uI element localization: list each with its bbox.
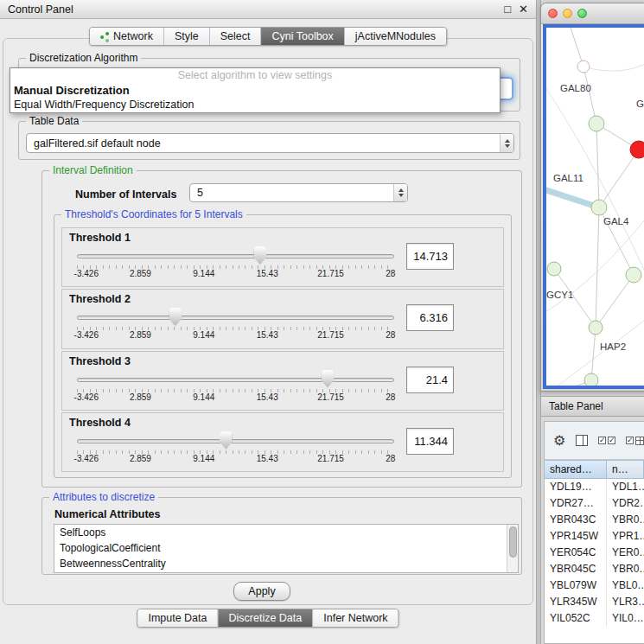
- network-edge: [583, 67, 596, 124]
- attribute-list-item[interactable]: SelfLoops: [54, 525, 518, 540]
- threshold-2-slider[interactable]: [77, 309, 394, 328]
- table-cell: YDR27…: [545, 495, 607, 512]
- combo-stepper-icon[interactable]: [500, 134, 513, 152]
- slider-scale: -3.4262.8599.14415.4321.71528: [77, 392, 394, 403]
- network-node[interactable]: [589, 321, 603, 335]
- table-row[interactable]: YBR045CYBR0…: [545, 561, 644, 577]
- scale-tick-label: -3.426: [74, 330, 99, 340]
- attribute-list-item[interactable]: TopologicalCoefficient: [54, 540, 518, 556]
- table-row[interactable]: YBR043CYBR0…: [545, 512, 644, 528]
- network-node[interactable]: [584, 373, 598, 387]
- slider-track[interactable]: [77, 439, 394, 443]
- table-row[interactable]: YBL079WYBL0…: [545, 577, 644, 594]
- attributes-group: Attributes to discretize Numerical Attri…: [41, 497, 522, 575]
- gear-icon[interactable]: ⚙: [553, 434, 565, 448]
- bottom-tab-infer-network[interactable]: Infer Network: [313, 609, 398, 627]
- close-panel-icon[interactable]: ✕: [519, 3, 528, 15]
- scrollbar-thumb[interactable]: [509, 526, 517, 558]
- number-of-intervals-select[interactable]: 5: [189, 183, 408, 202]
- table-cell: YIL0…: [607, 610, 644, 627]
- thresholds-group: Threshold's Coordinates for 5 Intervals …: [54, 214, 512, 478]
- threshold-1-label: Threshold 1: [69, 232, 131, 244]
- slider-thumb[interactable]: [169, 308, 182, 326]
- scale-tick-label: 9.144: [193, 330, 214, 340]
- list-scrollbar[interactable]: [507, 525, 518, 572]
- control-panel: Control Panel □ ✕ NetworkStyleSelectCyni…: [0, 0, 537, 644]
- table-cell: YBR0…: [607, 561, 644, 577]
- select-all-columns-icon[interactable]: [598, 437, 615, 444]
- top-tab-style[interactable]: Style: [164, 28, 210, 45]
- network-node[interactable]: [589, 116, 604, 131]
- attribute-list-item[interactable]: BetweennessCentrality: [54, 556, 518, 571]
- combo-stepper-icon[interactable]: [393, 184, 407, 201]
- cyni-toolbox-panel: Discretization Algorithm Select algorith…: [3, 38, 533, 605]
- network-node[interactable]: [577, 61, 590, 73]
- threshold-1-value-field[interactable]: 14.713: [406, 243, 454, 270]
- threshold-1-slider[interactable]: [77, 247, 394, 266]
- bottom-tab-discretize-data[interactable]: Discretize Data: [219, 609, 314, 627]
- mac-minimize-button[interactable]: [563, 9, 572, 18]
- dropdown-placeholder-option[interactable]: Select algorithm to view settings: [10, 68, 500, 83]
- network-node[interactable]: [591, 200, 607, 215]
- scale-tick-label: 9.144: [193, 392, 214, 402]
- slider-thumb[interactable]: [321, 370, 334, 388]
- table-data-selected-value: galFiltered.sif default node: [27, 137, 500, 150]
- apply-button[interactable]: Apply: [233, 582, 290, 601]
- top-tab-network[interactable]: Network: [90, 28, 164, 45]
- network-edge: [596, 124, 599, 207]
- top-tab-cyni-toolbox[interactable]: Cyni Toolbox: [261, 28, 344, 45]
- network-canvas-svg: GAL80GALGAL11GAL4GCY1HAP2: [546, 28, 644, 389]
- dropdown-option-equal-width-frequency[interactable]: Equal Width/Frequency Discretization: [10, 98, 500, 112]
- threshold-2-panel: Threshold 2 -3.4262.8599.14415.4321.7152…: [61, 289, 504, 348]
- top-tab-select[interactable]: Select: [210, 28, 262, 45]
- column-header-name[interactable]: n…: [607, 460, 644, 479]
- threshold-2-value-field[interactable]: 6.316: [406, 304, 454, 331]
- tab-label: Discretize Data: [229, 612, 303, 624]
- scale-tick-label: 28: [386, 392, 395, 402]
- table-row[interactable]: YDR27…YDR2…: [545, 495, 644, 512]
- columns-icon[interactable]: [576, 435, 588, 446]
- slider-track[interactable]: [77, 378, 394, 382]
- threshold-3-slider[interactable]: [77, 371, 394, 390]
- network-edge: [546, 81, 644, 287]
- slider-track[interactable]: [77, 316, 394, 320]
- network-canvas[interactable]: GAL80GALGAL11GAL4GCY1HAP2: [543, 24, 644, 389]
- table-row[interactable]: YIL052CYIL0…: [545, 610, 644, 627]
- mac-zoom-button[interactable]: [577, 9, 587, 18]
- attributes-group-label: Attributes to discretize: [49, 491, 158, 503]
- network-node[interactable]: [626, 267, 641, 283]
- column-header-shared-name[interactable]: shared…: [545, 460, 607, 479]
- threshold-2-label: Threshold 2: [69, 293, 131, 305]
- threshold-3-panel: Threshold 3 -3.4262.8599.14415.4321.7152…: [61, 351, 504, 411]
- top-tab-jactivemnodules[interactable]: jActiveMNodules: [345, 28, 446, 45]
- tab-label: Infer Network: [323, 612, 387, 624]
- threshold-4-value-field[interactable]: 11.344: [406, 428, 454, 455]
- table-cell: YPR1…: [607, 528, 644, 545]
- table-data-select[interactable]: galFiltered.sif default node: [26, 133, 514, 153]
- network-node[interactable]: [547, 262, 561, 276]
- mac-close-button[interactable]: [548, 9, 558, 18]
- threshold-3-value-field[interactable]: 21.4: [406, 367, 454, 393]
- bottom-tab-impute-data[interactable]: Impute Data: [137, 609, 218, 627]
- dropdown-option-manual-discretization[interactable]: Manual Discretization: [10, 83, 500, 98]
- number-of-intervals-value: 5: [190, 187, 393, 199]
- select-columns-grid-icon[interactable]: [626, 437, 644, 445]
- scale-tick-label: -3.426: [74, 454, 99, 463]
- slider-thumb[interactable]: [253, 246, 266, 265]
- scale-tick-label: 21.715: [317, 392, 344, 402]
- table-row[interactable]: YDL19…YDL1…: [545, 479, 644, 495]
- threshold-4-slider[interactable]: [77, 432, 394, 451]
- network-tab-icon: [100, 32, 110, 41]
- table-row[interactable]: YLR345WYLR3…: [545, 594, 644, 610]
- table-row[interactable]: YPR145WYPR1…: [545, 528, 644, 545]
- network-edge: [596, 207, 599, 328]
- scale-tick-label: 28: [386, 269, 395, 278]
- network-node[interactable]: [630, 141, 644, 158]
- slider-track[interactable]: [77, 254, 394, 258]
- table-cell: YBL079W: [545, 577, 607, 594]
- float-window-icon[interactable]: □: [504, 3, 511, 15]
- network-edge: [596, 275, 634, 328]
- table-row[interactable]: YER054CYER0…: [545, 545, 644, 561]
- tab-label: Style: [175, 30, 199, 42]
- slider-thumb[interactable]: [220, 431, 233, 450]
